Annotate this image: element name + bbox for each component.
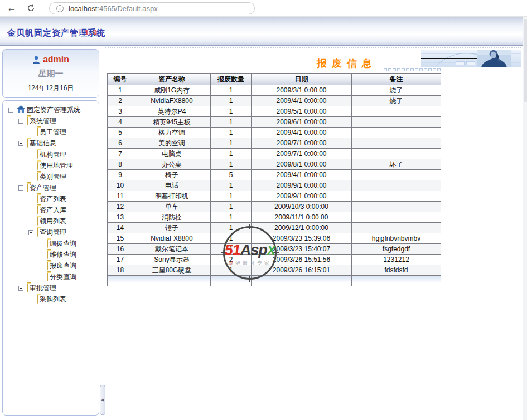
table-cell: 2009/8/1 0:00:00 (252, 159, 352, 170)
table-cell: 2009/6/1 0:00:00 (252, 117, 352, 128)
toggle-slot (28, 173, 37, 180)
table-row: 15NvidiaFX880012009/3/23 15:39:06hgjgfnb… (108, 233, 441, 244)
table-cell: 2009/11/1 0:00:00 (252, 212, 352, 223)
splitter-divider (103, 47, 103, 420)
browser-toolbar: ← i localhost:4565/Default.aspx (0, 0, 527, 17)
toggle-slot (38, 274, 47, 281)
tree-item[interactable]: 维修查询 (3, 249, 99, 260)
tree-item[interactable]: 审批管理 (3, 282, 99, 294)
tree-item-label: 报废查询 (50, 261, 76, 271)
table-cell: 16 (108, 244, 133, 255)
collapse-toggle-icon[interactable] (18, 119, 23, 124)
collapse-toggle-icon[interactable] (18, 141, 23, 146)
tree-item[interactable]: 类别管理 (3, 171, 99, 182)
table-row: 6美的空调12009/7/1 0:00:00 (108, 138, 441, 149)
tree-item-label: 机构管理 (40, 150, 66, 159)
tree-item[interactable]: 领用列表 (3, 216, 99, 227)
pager-cell (133, 276, 211, 286)
table-cell: NvidiaFX8800 (133, 96, 211, 106)
toggle-slot (28, 229, 37, 236)
scrap-table: 编号资产名称报废数量日期备注 1威刚1G内存12009/3/1 0:00:00烧… (107, 73, 441, 286)
folder-icon (27, 183, 28, 192)
table-row: 13消防栓12009/11/1 0:00:00 (108, 212, 441, 223)
collapse-toggle-icon[interactable] (28, 230, 33, 235)
address-bar[interactable]: i localhost:4565/Default.aspx (49, 2, 255, 14)
table-cell: 单车 (133, 202, 211, 212)
decor-square (433, 68, 436, 71)
tree-item-label: 资产列表 (40, 194, 66, 204)
scrollbar-thumb[interactable] (524, 19, 527, 102)
toggle-slot (18, 184, 27, 192)
decor-square (397, 68, 400, 71)
table-header-row: 编号资产名称报废数量日期备注 (108, 74, 441, 85)
tree-item[interactable]: 机构管理 (3, 149, 99, 160)
tree-item[interactable]: 查询管理 (3, 227, 99, 238)
table-cell: 2 (211, 255, 252, 265)
decor-square (410, 68, 414, 71)
tree-item[interactable]: 调拨查询 (3, 238, 99, 249)
pager-cell (211, 276, 252, 286)
tree-item-label: 资产管理 (30, 183, 56, 193)
table-row: 5格力空调12009/4/1 0:00:00 (108, 128, 441, 138)
table-cell: 1 (211, 159, 252, 170)
user-icon (32, 56, 40, 64)
tree-item[interactable]: 报废查询 (3, 260, 99, 271)
table-row: 8办公桌12009/8/1 0:00:00坏了 (108, 159, 441, 170)
folder-icon (47, 239, 48, 248)
table-cell: 1 (211, 191, 252, 202)
site-info-icon[interactable]: i (56, 5, 64, 12)
pager-cell (108, 276, 133, 286)
decor-square (424, 68, 427, 71)
collapse-toggle-icon[interactable] (18, 286, 23, 291)
folder-icon (37, 128, 38, 136)
table-cell: 格力空调 (133, 128, 211, 138)
tree-item[interactable]: 固定资产管理系统 (3, 104, 99, 115)
collapse-toggle-icon[interactable] (18, 185, 23, 191)
tree-item[interactable]: 系统管理 (3, 115, 99, 126)
tree-item[interactable]: 采购列表 (3, 294, 99, 305)
table-cell: 5 (211, 170, 252, 180)
pager-cell (252, 276, 352, 286)
table-cell: 1231212 (352, 255, 441, 265)
collapse-toggle-icon[interactable] (8, 108, 13, 113)
tree-item[interactable]: 员工管理 (3, 126, 99, 138)
tree-item-label: 资产入库 (40, 206, 66, 215)
table-cell: 明基打印机 (133, 191, 211, 202)
table-cell: 1 (108, 85, 133, 96)
tree-item[interactable]: 资产管理 (3, 182, 99, 193)
table-cell: 1 (211, 202, 252, 212)
tree-item[interactable]: 基础信息 (3, 138, 99, 149)
refresh-button[interactable] (23, 1, 38, 16)
toggle-slot (18, 118, 27, 125)
back-button[interactable]: ← (4, 1, 19, 16)
table-cell: 1 (211, 128, 252, 138)
tree-item[interactable]: 资产入库 (3, 204, 99, 216)
table-cell (352, 149, 441, 159)
tree-item[interactable]: 使用地管理 (3, 160, 99, 171)
tree-item[interactable]: 资产列表 (3, 193, 99, 204)
table-cell: Sony显示器 (133, 255, 211, 265)
tree-item-label: 类别管理 (40, 172, 66, 182)
decor-square (384, 68, 387, 71)
tree-item-label: 固定资产管理系统 (27, 105, 80, 115)
table-cell: 15 (108, 233, 133, 244)
table-cell: 2009/5/1 0:00:00 (252, 106, 352, 117)
decor-square (402, 68, 405, 71)
table-cell (352, 117, 441, 128)
tree-item-label: 分类查询 (50, 272, 76, 282)
nav-panel: 固定资产管理系统 系统管理 员工管理 基础信息 机构管理 使用地管理 类别管理 … (2, 100, 99, 416)
page: ← i localhost:4565/Default.aspx 金贝帆固定资产管… (0, 0, 527, 420)
table-row: 18三星80G硬盘12009/3/26 16:15:01fdsfdsfd (108, 265, 441, 276)
table-row: 1威刚1G内存12009/3/1 0:00:00烧了 (108, 85, 441, 96)
toggle-slot (18, 140, 27, 147)
username: admin (43, 55, 69, 65)
decor-square (393, 68, 396, 71)
page-scrollbar[interactable] (523, 17, 527, 420)
folder-icon (37, 206, 38, 214)
column-header: 日期 (252, 74, 352, 85)
table-row: 11明基打印机12009/9/1 0:00:00 (108, 191, 441, 202)
table-row: 7电脑桌12009/7/1 0:00:00 (108, 149, 441, 159)
toggle-slot (28, 129, 37, 136)
weekday-label: 星期一 (3, 69, 99, 79)
tree-item[interactable]: 分类查询 (3, 271, 99, 282)
